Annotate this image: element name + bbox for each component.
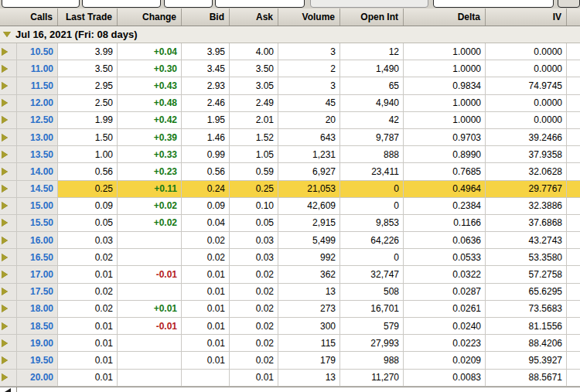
column-header-volume[interactable]: Volume (278, 9, 340, 26)
row-arrow-icon (2, 202, 8, 210)
option-row[interactable]: 12.00 2.50 +0.48 2.46 2.49 45 4,940 1.00… (0, 95, 580, 112)
expiry-group-row[interactable]: Jul 16, 2021 (Fri: 08 days) (0, 26, 580, 43)
cell-delta: 0.0240 (404, 318, 486, 335)
option-row[interactable]: 10.50 3.99 +0.04 3.95 4.00 3 12 1.0000 0… (0, 43, 580, 60)
cell-strike[interactable]: 18.00 (17, 301, 58, 318)
option-row[interactable]: 12.50 1.99 +0.42 1.95 2.01 20 42 1.0000 … (0, 112, 580, 129)
option-row[interactable]: 18.50 0.01 -0.01 0.01 0.02 300 579 0.024… (0, 318, 580, 335)
option-row[interactable]: 20.00 0.01 0.01 13 11,270 0.0083 88.5671 (0, 370, 580, 387)
cell-strike[interactable]: 15.50 (17, 215, 58, 232)
cell-strike[interactable]: 17.50 (17, 284, 58, 301)
cell-strike[interactable]: 14.00 (17, 163, 58, 180)
row-expander[interactable] (0, 232, 17, 249)
cell-strike[interactable]: 17.00 (17, 266, 58, 283)
row-expander[interactable] (0, 352, 17, 369)
cell-delta: 1.0000 (404, 60, 486, 77)
row-expander[interactable] (0, 181, 17, 198)
toolbar-control-6[interactable] (433, 0, 554, 8)
option-row[interactable]: 11.50 2.95 +0.43 2.93 3.05 3 65 0.9834 7… (0, 77, 580, 94)
cell-delta: 0.0261 (404, 301, 486, 318)
option-row[interactable]: 15.50 0.05 +0.02 0.04 0.05 2,915 9,853 0… (0, 215, 580, 232)
option-row[interactable]: 17.00 0.01 -0.01 0.01 0.02 362 32,747 0.… (0, 266, 580, 283)
column-header-iv[interactable]: IV (486, 9, 567, 26)
column-header-delta[interactable]: Delta (404, 9, 486, 26)
toolbar-control-5[interactable] (310, 0, 428, 8)
row-expander[interactable] (0, 335, 17, 352)
cell-strike[interactable]: 12.00 (17, 95, 58, 112)
option-row[interactable]: 16.50 0.02 0.02 0.03 992 0 0.0533 53.358… (0, 249, 580, 266)
row-expander[interactable] (0, 95, 17, 112)
option-row[interactable]: 18.00 0.02 +0.01 0.01 0.02 273 16,701 0.… (0, 301, 580, 318)
column-header-calls[interactable]: Calls (0, 9, 58, 26)
row-expander[interactable] (0, 198, 17, 215)
option-row[interactable]: 16.00 0.03 0.02 0.03 5,499 64,226 0.0636… (0, 232, 580, 249)
row-expander[interactable] (0, 112, 17, 129)
row-expander[interactable] (0, 77, 17, 94)
cell-strike[interactable]: 20.00 (17, 370, 58, 387)
scroll-left-arrow-icon[interactable] (5, 388, 11, 392)
row-expander[interactable] (0, 215, 17, 232)
row-expander[interactable] (0, 146, 17, 163)
cell-strike[interactable]: 16.50 (17, 249, 58, 266)
cell-strike[interactable]: 12.50 (17, 112, 58, 129)
cell-strike[interactable]: 13.00 (17, 129, 58, 146)
cell-open-int: 0 (340, 249, 404, 266)
cell-strike[interactable]: 13.50 (17, 146, 58, 163)
cell-volume: 45 (278, 95, 340, 112)
cell-strike[interactable]: 18.50 (17, 318, 58, 335)
cell-volume: 2 (278, 60, 340, 77)
cell-strike[interactable]: 14.50 (17, 181, 58, 198)
option-row[interactable]: 19.00 0.01 0.01 0.02 115 27,993 0.0223 8… (0, 335, 580, 352)
row-expander[interactable] (0, 129, 17, 146)
option-row[interactable]: 14.00 0.56 +0.23 0.56 0.59 6,927 23,411 … (0, 163, 580, 180)
toolbar-control-4[interactable] (215, 0, 305, 8)
option-row[interactable]: 13.50 1.00 +0.33 0.99 1.05 1,231 888 0.8… (0, 146, 580, 163)
cell-strike[interactable]: 11.00 (17, 60, 58, 77)
toolbar-control-2[interactable] (82, 0, 161, 8)
row-expander[interactable] (0, 60, 17, 77)
collapse-triangle-icon[interactable] (3, 32, 11, 37)
cell-change: +0.04 (118, 43, 182, 60)
cell-volume: 20 (278, 112, 340, 129)
toolbar-control-7[interactable] (558, 0, 580, 8)
option-row[interactable]: 15.00 0.09 +0.02 0.09 0.10 42,609 0 0.23… (0, 198, 580, 215)
row-expander[interactable] (0, 266, 17, 283)
column-header-ask[interactable]: Ask (230, 9, 278, 26)
cell-strike[interactable]: 19.50 (17, 352, 58, 369)
cell-ask: 0.25 (230, 181, 278, 198)
column-header-change[interactable]: Change (118, 9, 182, 26)
cell-bid: 0.01 (182, 266, 230, 283)
cell-extra (567, 146, 580, 163)
cell-change: +0.33 (118, 146, 182, 163)
row-expander[interactable] (0, 43, 17, 60)
horizontal-scrollbar[interactable] (0, 387, 580, 392)
column-header-bid[interactable]: Bid (182, 9, 230, 26)
option-row[interactable]: 11.00 3.50 +0.30 3.45 3.50 2 1,490 1.000… (0, 60, 580, 77)
option-row[interactable]: 13.00 1.50 +0.39 1.46 1.52 643 9,787 0.9… (0, 129, 580, 146)
option-row[interactable]: 17.50 0.02 0.01 0.02 13 508 0.0287 65.62… (0, 284, 580, 301)
row-expander[interactable] (0, 284, 17, 301)
cell-last-trade: 0.03 (58, 232, 118, 249)
toolbar-control-3[interactable] (164, 0, 213, 8)
cell-extra (567, 266, 580, 283)
cell-delta: 1.0000 (404, 43, 486, 60)
row-expander[interactable] (0, 318, 17, 335)
column-header-open-int[interactable]: Open Int (340, 9, 404, 26)
row-expander[interactable] (0, 249, 17, 266)
row-arrow-icon (2, 48, 8, 56)
cell-strike[interactable]: 11.50 (17, 77, 58, 94)
row-expander[interactable] (0, 163, 17, 180)
column-header-last-trade[interactable]: Last Trade (58, 9, 118, 26)
cell-strike[interactable]: 15.00 (17, 198, 58, 215)
cell-strike[interactable]: 10.50 (17, 43, 58, 60)
row-expander[interactable] (0, 301, 17, 318)
cell-strike[interactable]: 19.00 (17, 335, 58, 352)
cell-ask: 0.02 (230, 301, 278, 318)
option-row[interactable]: 19.50 0.01 0.01 0.02 179 988 0.0209 95.3… (0, 352, 580, 369)
toolbar-control-1[interactable] (2, 0, 80, 8)
cell-delta: 0.8990 (404, 146, 486, 163)
cell-change: +0.43 (118, 77, 182, 94)
row-expander[interactable] (0, 370, 17, 387)
option-row[interactable]: 14.50 0.25 +0.11 0.24 0.25 21,053 0 0.49… (0, 181, 580, 198)
cell-strike[interactable]: 16.00 (17, 232, 58, 249)
